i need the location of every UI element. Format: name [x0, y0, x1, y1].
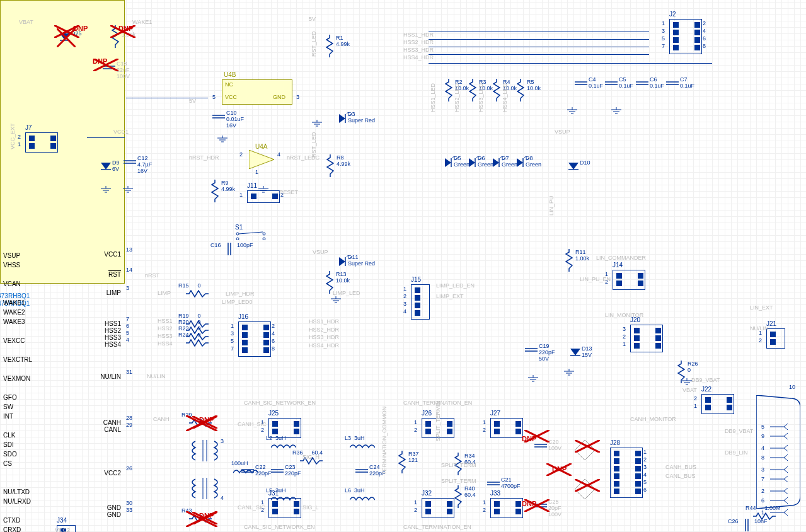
resistor-R40 [454, 485, 462, 508]
ic-pin-canh: CANH [103, 419, 121, 426]
connector-pin-num: 2 [694, 395, 697, 402]
connector-J32-label: J32 [422, 490, 432, 497]
wire [429, 47, 649, 47]
net-label: SPLIT_TERM [441, 462, 476, 468]
capacitor-C19-label: C19220pF50V [539, 343, 555, 362]
ic-pin-gnd: GND [107, 504, 121, 511]
svg-marker-84 [60, 33, 70, 40]
connector-pin-num: 8 [703, 43, 706, 49]
ic-pin-hss1: HSS1 [105, 320, 121, 327]
svg-line-61 [476, 156, 480, 158]
capacitor-C10-label: C100.01uF16V [226, 110, 244, 129]
ic-pinnum: 6 [126, 323, 129, 329]
net-label: HSS1 [158, 318, 173, 324]
svg-text:3: 3 [221, 438, 224, 444]
connector-pin-num: 2 [18, 134, 21, 140]
resistor-R19-label: R190 [178, 313, 201, 319]
capacitor-C5-label: C50.1uF [619, 76, 633, 89]
capacitor-C26-val: 10nF [754, 518, 768, 524]
capacitor-C20-label: C20100V [548, 439, 561, 451]
net-label: VSUP [555, 129, 570, 135]
capacitor-C12-label: C124.7µF16V [137, 155, 152, 174]
ic-pin-sdi: SDI [3, 441, 14, 448]
net-label: LIN_EXT [750, 304, 773, 311]
ic-pinnum: 33 [126, 507, 132, 513]
resistor-R24 [186, 339, 209, 347]
net-label: LIMP_LED [333, 290, 360, 296]
net-label: 5V [189, 98, 196, 104]
wire [429, 54, 649, 55]
resistor-R8-label: R84.99k [337, 154, 350, 167]
partno-primary: CAN28473RHBQ1 [0, 292, 30, 299]
inductor-L6 [350, 495, 375, 501]
net-label: TERMINATION_COMMON [381, 407, 388, 475]
connector-J27 [490, 418, 523, 438]
net-label: HSS4_LED [502, 83, 508, 112]
connector-J25 [268, 418, 301, 438]
ic-pin-clk: CLK [3, 432, 15, 439]
ic-u4b: NC VCC GND [222, 79, 292, 105]
capacitor-C21-label: C214700pF [501, 477, 521, 489]
resistor-R44-label: R441.00M [746, 505, 781, 511]
svg-marker-90 [575, 479, 595, 499]
svg-line-80 [348, 257, 352, 259]
ic-pin-nu/ltxd: NU/LTXD [3, 489, 30, 495]
connector-J7-label: J7 [25, 124, 32, 131]
net-label: HSS4_HDR [403, 54, 434, 61]
ic-pin-gnd: GND [107, 511, 121, 518]
db9-pin-num: 9 [761, 433, 764, 439]
inductor-L3-label: L3 3uH [345, 435, 365, 441]
svg-marker-51 [339, 114, 345, 123]
svg-line-5 [239, 232, 263, 234]
capacitor-C7-label: C70.1uF [680, 76, 694, 89]
db9-pin-num: 3 [761, 466, 764, 473]
net-label: SPLIT_TERMIN [435, 400, 441, 441]
capacitor-C7 [666, 79, 679, 88]
connector-J34-label: J34 [57, 517, 67, 524]
net-label: RESET [279, 189, 298, 195]
ic-pinnum: 13 [126, 246, 132, 253]
resistor-R1 [326, 35, 333, 57]
net-label: HSS1_LED [430, 83, 436, 112]
connector-pin-num: 1 [239, 192, 243, 198]
ic-pin-hss3: HSS3 [105, 334, 121, 341]
connector-J25-label: J25 [268, 410, 279, 417]
connector-J15-label: J15 [411, 276, 421, 283]
net-label: HSS3_HDR [309, 334, 339, 340]
dnp-text: DNP [522, 435, 536, 442]
net-label: CANH [153, 416, 170, 422]
ic-pin-sw: SW [3, 403, 13, 410]
connector-pin-num: 2 [623, 333, 626, 340]
capacitor-C18-label: C1822nF100V [117, 61, 130, 79]
dnp-text: DNP [552, 465, 567, 473]
connector-J16-label: J16 [238, 313, 248, 320]
connector-pin-num: 1 [18, 141, 21, 147]
resistor-R11-label: R111.00k [575, 249, 589, 262]
ic-pinnum: 29 [126, 422, 132, 428]
connector-J31-label: J31 [268, 490, 279, 497]
connector-J2 [669, 19, 702, 54]
dnp-text: DNP [118, 25, 133, 32]
net-label: VBAT [19, 19, 33, 25]
net-label: NU/LIN [147, 373, 166, 379]
resistor-R23-label: R230 [178, 325, 201, 332]
ic-pin-nu/lrxd: NU/LRXD [3, 498, 31, 505]
connector-pin-num: 3 [403, 301, 406, 307]
net-label: HSS3_HDR [403, 47, 434, 53]
ic-pin-limp: LIMP [107, 289, 121, 296]
svg-marker-67 [517, 158, 523, 167]
net-label: NU/LIN [750, 325, 769, 332]
ic-pin-nu/lin: NU/LIN [100, 373, 121, 380]
ic-pinnum: 7 [126, 316, 129, 322]
connector-J11-label: J11 [247, 182, 257, 189]
net-label: LIN_COMMANDER [596, 255, 646, 261]
connector-pin-num: 1 [403, 286, 406, 292]
ic-pin-vexmon: VEXMON [3, 375, 30, 382]
resistor-R1-label: R14.99k [336, 35, 350, 47]
resistor-R5-label: R510.0k [527, 79, 541, 91]
ic-pinnum: 31 [126, 369, 132, 375]
capacitor-C21 [487, 479, 500, 488]
u4b-label: U4B [224, 71, 236, 78]
connector-pin-num: 3 [643, 464, 647, 470]
net-label: CANL_SIC [238, 504, 265, 511]
